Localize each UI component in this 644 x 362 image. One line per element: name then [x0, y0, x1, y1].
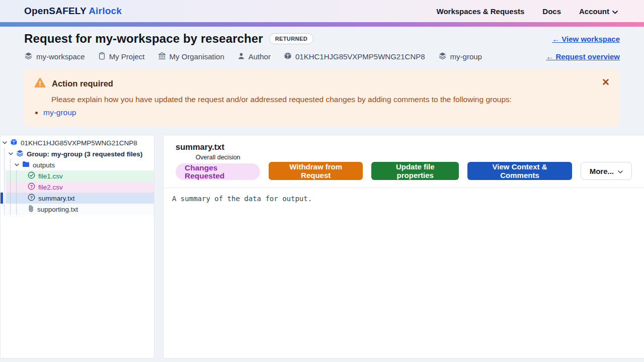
panel-gap: [154, 135, 163, 358]
gradient-divider: [0, 22, 644, 27]
nav-account-menu[interactable]: Account: [579, 7, 618, 16]
breadcrumb-organisation-label: My Organisation: [170, 52, 224, 61]
file-title: summary.txt: [176, 142, 632, 152]
alert-message: Please explain how you have updated the …: [51, 95, 610, 104]
breadcrumb-request-id: 01KHC1HJG85VXPMP5WNG21CNP8: [284, 52, 425, 61]
svg-text:?: ?: [30, 195, 33, 200]
logo-opensafely: OpenSAFELY: [24, 6, 86, 16]
request-overview-link[interactable]: ← Request overview: [546, 52, 620, 61]
file-tree-sidebar: 01KHC1HJG85VXPMP5WNG21CNP8 Group: my-gro…: [0, 135, 154, 358]
content-area: 01KHC1HJG85VXPMP5WNG21CNP8 Group: my-gro…: [0, 135, 644, 358]
check-circle-icon: [28, 171, 35, 180]
cube-icon: [284, 52, 292, 61]
alert-group-link[interactable]: my-group: [43, 108, 76, 117]
alert-title: Action required: [52, 79, 113, 88]
paperclip-icon: [28, 205, 34, 214]
svg-text:?: ?: [30, 184, 33, 189]
chevron-down-icon: [618, 167, 623, 175]
warning-icon: [34, 77, 46, 90]
tree-group-label: Group: my-group (3 requested files): [27, 150, 142, 158]
tree-guide-line: [10, 159, 11, 215]
overall-decision: Overall decision Changes Requested: [176, 154, 260, 180]
update-file-properties-button[interactable]: Update file properties: [371, 162, 459, 180]
status-badge: RETURNED: [269, 33, 313, 44]
nav-workspaces-requests[interactable]: Workspaces & Requests: [437, 7, 525, 16]
tree-item-request-root[interactable]: 01KHC1HJG85VXPMP5WNG21CNP8: [1, 137, 154, 148]
view-context-comments-button[interactable]: View Context & Comments: [467, 162, 572, 180]
question-circle-icon: ?: [28, 194, 35, 203]
top-nav: Workspaces & Requests Docs Account: [437, 7, 618, 16]
breadcrumb-author-label: Author: [249, 52, 271, 61]
clipboard-icon: [98, 52, 106, 61]
breadcrumb-project-label: My Project: [109, 52, 145, 61]
decision-label: Overall decision: [196, 154, 240, 161]
layers-icon: [24, 52, 33, 61]
file-content: A summary of the data for output.: [164, 188, 644, 358]
tree-item-summary[interactable]: ? summary.txt: [6, 193, 154, 204]
question-circle-icon: ?: [28, 183, 35, 192]
user-icon: [237, 52, 245, 61]
layers-icon: [16, 149, 24, 158]
more-button-label: More...: [590, 167, 614, 175]
breadcrumb-organisation: My Organisation: [158, 52, 224, 61]
tree-item-folder-outputs[interactable]: outputs: [1, 159, 154, 170]
tree-file-label: file2.csv: [38, 184, 63, 191]
breadcrumb-workspace-label: my-workspace: [36, 52, 85, 61]
tree-item-file1[interactable]: file1.csv: [6, 170, 154, 182]
tree-folder-label: outputs: [33, 161, 55, 169]
breadcrumb-request-id-label: 01KHC1HJG85VXPMP5WNG21CNP8: [295, 52, 425, 61]
cube-icon: [10, 138, 18, 147]
file-controls: Overall decision Changes Requested Withd…: [176, 154, 632, 188]
chevron-down-icon: [3, 141, 7, 144]
chevron-down-icon: [612, 7, 618, 16]
breadcrumb-author: Author: [237, 52, 271, 61]
app-header: OpenSAFELY Airlock Workspaces & Requests…: [0, 0, 644, 22]
breadcrumb-workspace: my-workspace: [24, 52, 85, 61]
app-logo[interactable]: OpenSAFELY Airlock: [24, 6, 122, 17]
page-head: Request for my-workspace by researcher R…: [0, 27, 644, 126]
nav-docs[interactable]: Docs: [542, 7, 561, 16]
tree-guide-line: [4, 148, 5, 215]
breadcrumb: my-workspace My Project My Organisation …: [24, 52, 482, 61]
breadcrumb-project: My Project: [98, 52, 145, 61]
decision-status-badge: Changes Requested: [176, 163, 260, 180]
folder-icon: [22, 161, 30, 169]
nav-account-label: Account: [579, 7, 609, 16]
tree-root-label: 01KHC1HJG85VXPMP5WNG21CNP8: [21, 139, 137, 147]
close-icon[interactable]: ✕: [600, 75, 612, 89]
breadcrumb-group: my-group: [438, 52, 482, 61]
page-title: Request for my-workspace by researcher: [24, 32, 263, 46]
chevron-down-icon: [9, 152, 13, 155]
file-content-text: A summary of the data for output.: [172, 194, 635, 204]
tree-item-group[interactable]: Group: my-group (3 requested files): [1, 148, 154, 159]
chevron-down-icon: [15, 163, 19, 166]
tree-item-supporting[interactable]: supporting.txt: [6, 204, 154, 215]
bank-icon: [158, 52, 166, 61]
logo-airlock: Airlock: [89, 6, 122, 16]
action-required-alert: Action required Please explain how you h…: [24, 69, 620, 126]
tree-file-label: file1.csv: [38, 172, 63, 180]
withdraw-from-request-button[interactable]: Withdraw from Request: [269, 162, 363, 180]
file-view-panel: summary.txt Overall decision Changes Req…: [163, 135, 644, 358]
more-button[interactable]: More...: [581, 162, 632, 180]
tree-file-label: supporting.txt: [37, 206, 78, 213]
tree-guide-line: [16, 170, 17, 215]
breadcrumb-group-label: my-group: [450, 52, 482, 61]
alert-group-item: my-group: [43, 108, 610, 117]
tree-item-file2[interactable]: ? file2.csv: [6, 182, 154, 193]
tree-file-label: summary.txt: [38, 195, 75, 202]
view-workspace-link[interactable]: ← View workspace: [552, 35, 620, 43]
layers-icon: [438, 52, 447, 61]
